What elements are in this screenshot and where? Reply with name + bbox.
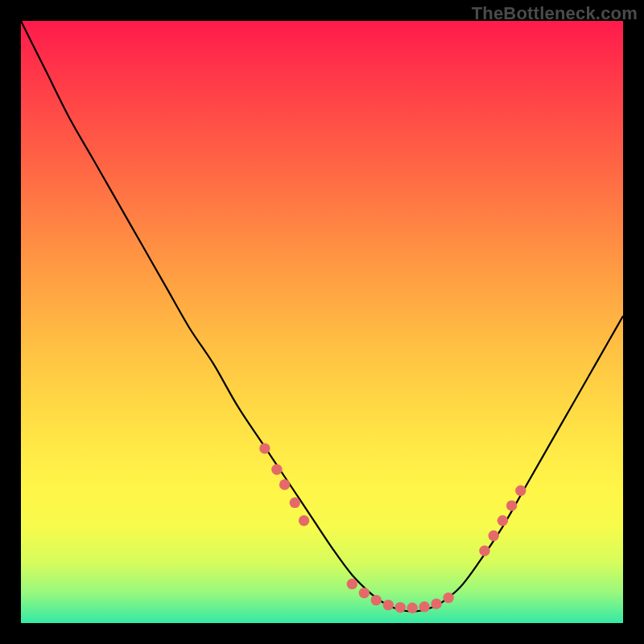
curve-marker xyxy=(497,515,508,526)
curve-marker xyxy=(290,497,300,508)
curve-marker xyxy=(271,464,282,475)
curve-marker xyxy=(383,600,394,610)
watermark-text: TheBottleneck.com xyxy=(472,3,638,24)
curve-marker xyxy=(347,579,357,589)
curve-marker xyxy=(419,601,430,612)
curve-marker xyxy=(515,485,526,496)
curve-marker xyxy=(259,443,270,453)
chart-svg xyxy=(21,21,623,623)
curve-marker xyxy=(279,479,290,489)
curve-markers xyxy=(259,443,526,613)
curve-marker xyxy=(395,602,406,613)
chart-stage: TheBottleneck.com xyxy=(0,0,644,644)
plot-area xyxy=(21,21,623,623)
curve-marker xyxy=(506,500,517,510)
curve-marker xyxy=(371,595,382,605)
curve-marker xyxy=(407,603,418,613)
curve-marker xyxy=(299,515,309,526)
curve-marker xyxy=(479,546,489,556)
curve-marker xyxy=(359,588,369,598)
curve-marker xyxy=(443,592,453,603)
bottleneck-curve xyxy=(21,21,623,612)
curve-marker xyxy=(489,530,499,541)
curve-marker xyxy=(431,598,441,609)
